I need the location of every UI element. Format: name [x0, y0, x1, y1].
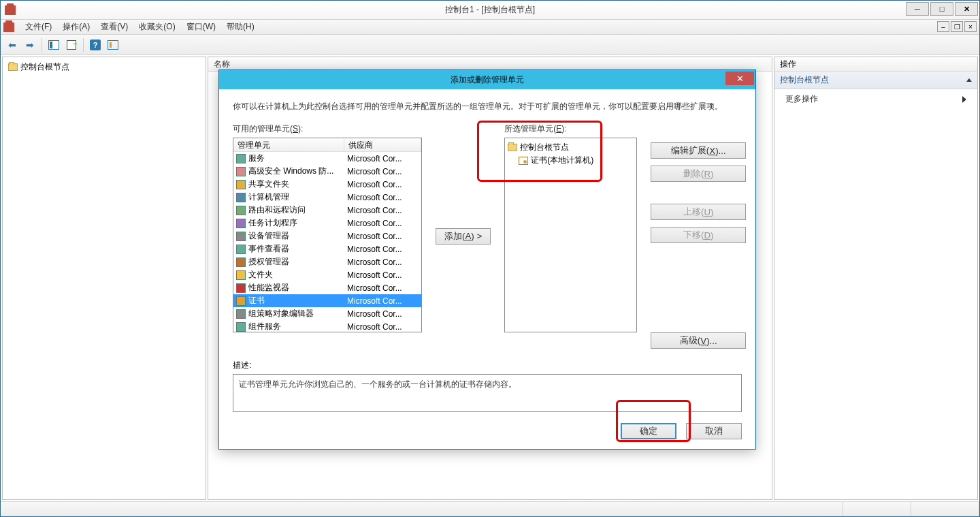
snapin-name: 证书 — [248, 295, 265, 307]
export-list-button[interactable] — [64, 37, 79, 52]
snapin-vendor: Microsoft Cor... — [344, 245, 402, 254]
snapin-vendor: Microsoft Cor... — [344, 296, 402, 306]
toolbar: ⬅ ➡ ? — [1, 35, 979, 55]
snapin-icon — [236, 296, 246, 306]
snapin-name: 授权管理器 — [248, 256, 289, 268]
menu-window[interactable]: 窗口(W) — [181, 19, 221, 35]
menubar: 文件(F) 操作(A) 查看(V) 收藏夹(O) 窗口(W) 帮助(H) – ❐… — [1, 20, 979, 35]
snapin-icon — [236, 270, 246, 280]
snapin-item[interactable]: 任务计划程序Microsoft Cor... — [233, 217, 421, 230]
col-header-vendor[interactable]: 供应商 — [344, 138, 421, 151]
folder-icon — [508, 144, 517, 151]
snapin-vendor: Microsoft Cor... — [344, 206, 402, 215]
snapin-item[interactable]: 事件查看器Microsoft Cor... — [233, 242, 421, 255]
selected-tree-cert-item[interactable]: 证书(本地计算机) — [508, 154, 634, 167]
move-up-button[interactable]: 上移(U) — [651, 204, 746, 220]
actions-pane: 操作 控制台根节点 更多操作 — [774, 57, 978, 500]
snapin-icon — [236, 309, 246, 319]
selected-snapins-label: 所选管理单元(E): — [504, 123, 637, 135]
menu-file[interactable]: 文件(F) — [20, 19, 57, 35]
snapin-item[interactable]: 证书Microsoft Cor... — [233, 294, 421, 307]
snapin-name: 性能监视器 — [248, 282, 289, 294]
minimize-button[interactable]: ─ — [906, 2, 929, 16]
show-hide-tree-button[interactable] — [46, 37, 61, 52]
snapin-item[interactable]: 高级安全 Windows 防...Microsoft Cor... — [233, 165, 421, 178]
dialog-titlebar[interactable]: 添加或删除管理单元 ✕ — [219, 70, 755, 89]
snapin-item[interactable]: 授权管理器Microsoft Cor... — [233, 255, 421, 268]
edit-extensions-button[interactable]: 编辑扩展(X)... — [651, 142, 746, 159]
snapin-item[interactable]: 计算机管理Microsoft Cor... — [233, 191, 421, 204]
dialog-intro-text: 你可以在计算机上为此控制台选择可用的管理单元并配置所选的一组管理单元。对于可扩展… — [233, 100, 742, 112]
collapse-icon — [966, 78, 972, 82]
cancel-button[interactable]: 取消 — [686, 423, 742, 439]
toolbar-separator — [83, 38, 84, 52]
col-header-unit[interactable]: 管理单元 — [233, 138, 344, 151]
snapin-vendor: Microsoft Cor... — [344, 232, 402, 241]
view-list-button[interactable] — [105, 37, 120, 52]
snapin-name: 事件查看器 — [248, 243, 289, 255]
snapin-item[interactable]: 设备管理器Microsoft Cor... — [233, 230, 421, 242]
help-button[interactable]: ? — [88, 37, 103, 52]
snapin-name: 共享文件夹 — [248, 178, 289, 190]
snapin-vendor: Microsoft Cor... — [344, 270, 402, 280]
app-icon — [5, 5, 16, 15]
add-remove-snapin-dialog: 添加或删除管理单元 ✕ 你可以在计算机上为此控制台选择可用的管理单元并配置所选的… — [218, 69, 756, 450]
add-button[interactable]: 添加(A) > — [436, 228, 491, 245]
menu-action[interactable]: 操作(A) — [57, 19, 95, 35]
close-button[interactable]: ✕ — [955, 2, 978, 16]
mdi-minimize-button[interactable]: – — [937, 21, 949, 32]
snapin-vendor: Microsoft Cor... — [344, 283, 402, 293]
advanced-button[interactable]: 高级(V)... — [651, 332, 746, 349]
menu-help[interactable]: 帮助(H) — [221, 19, 260, 35]
back-button[interactable]: ⬅ — [5, 37, 20, 52]
snapin-vendor: Microsoft Cor... — [344, 257, 402, 267]
snapin-name: 组件服务 — [248, 321, 281, 332]
snapin-item[interactable]: 文件夹Microsoft Cor... — [233, 268, 421, 281]
snapin-name: 任务计划程序 — [248, 217, 297, 229]
mdi-close-button[interactable]: × — [964, 21, 977, 32]
submenu-icon — [962, 96, 966, 103]
menu-favorites[interactable]: 收藏夹(O) — [133, 19, 180, 35]
snapin-icon — [236, 219, 246, 228]
available-snapins-label: 可用的管理单元(S): — [233, 123, 422, 135]
dialog-close-button[interactable]: ✕ — [725, 72, 754, 85]
tree-root-label: 控制台根节点 — [20, 61, 69, 73]
ok-button[interactable]: 确定 — [621, 423, 676, 439]
snapin-name: 高级安全 Windows 防... — [248, 166, 333, 177]
forward-button[interactable]: ➡ — [22, 37, 37, 52]
remove-button[interactable]: 删除(R) — [651, 166, 746, 182]
toolbar-separator — [42, 38, 42, 52]
snapin-item[interactable]: 服务Microsoft Cor... — [233, 152, 421, 165]
move-down-button[interactable]: 下移(D) — [651, 227, 746, 243]
description-box: 证书管理单元允许你浏览自己的、一个服务的或一台计算机的证书存储内容。 — [233, 374, 742, 412]
more-actions-link[interactable]: 更多操作 — [774, 89, 977, 109]
snapin-icon — [236, 322, 246, 332]
actions-section-header[interactable]: 控制台根节点 — [774, 72, 977, 89]
snapin-item[interactable]: 共享文件夹Microsoft Cor... — [233, 178, 421, 191]
certificate-icon — [519, 157, 528, 165]
tree-root-item[interactable]: 控制台根节点 — [5, 60, 203, 74]
tree-pane[interactable]: 控制台根节点 — [2, 57, 206, 500]
selected-snapins-tree[interactable]: 控制台根节点 证书(本地计算机) — [504, 138, 637, 332]
snapin-icon — [236, 232, 246, 241]
snapin-icon — [236, 154, 246, 163]
snapin-name: 路由和远程访问 — [248, 204, 306, 216]
snapin-name: 计算机管理 — [248, 191, 289, 203]
snapin-item[interactable]: 性能监视器Microsoft Cor... — [233, 281, 421, 294]
available-snapins-list[interactable]: 管理单元 供应商 服务Microsoft Cor...高级安全 Windows … — [233, 138, 422, 332]
snapin-icon — [236, 245, 246, 254]
snapin-item[interactable]: 组件服务Microsoft Cor... — [233, 320, 421, 332]
snapin-name: 文件夹 — [248, 269, 273, 281]
snapin-vendor: Microsoft Cor... — [344, 322, 402, 332]
snapin-item[interactable]: 路由和远程访问Microsoft Cor... — [233, 204, 421, 217]
window-title: 控制台1 - [控制台根节点] — [445, 4, 535, 16]
menu-view[interactable]: 查看(V) — [95, 19, 133, 35]
maximize-button[interactable]: □ — [930, 2, 953, 16]
snapin-item[interactable]: 组策略对象编辑器Microsoft Cor... — [233, 307, 421, 320]
snapin-vendor: Microsoft Cor... — [344, 180, 402, 189]
snapin-name: 服务 — [248, 153, 265, 164]
description-label: 描述: — [233, 360, 742, 371]
mdi-restore-button[interactable]: ❐ — [951, 21, 963, 32]
selected-tree-root[interactable]: 控制台根节点 — [508, 141, 634, 154]
snapin-icon — [236, 283, 246, 293]
